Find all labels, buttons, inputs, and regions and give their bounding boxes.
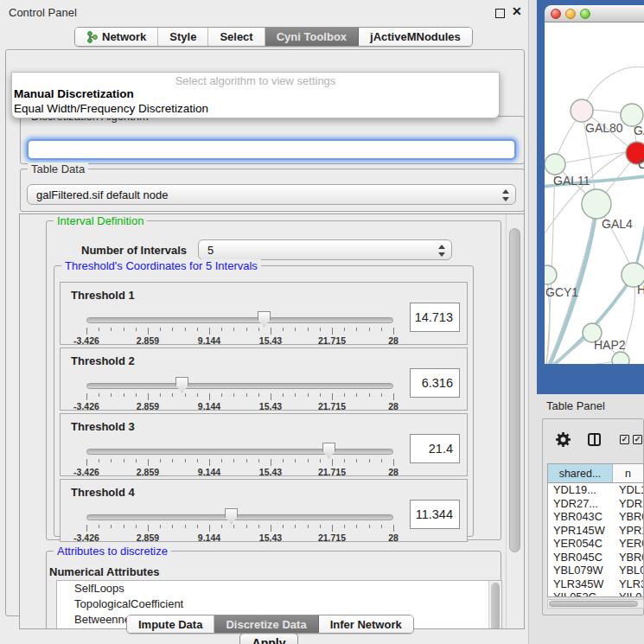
threshold-label: Threshold 3 — [71, 420, 135, 433]
table-data-combobox[interactable]: galFiltered.sif default node — [27, 184, 516, 205]
column-header[interactable]: n — [613, 464, 643, 482]
table-row[interactable]: YER054CYER0 — [548, 537, 643, 551]
minimize-traffic-light-icon[interactable] — [565, 9, 576, 19]
tab-cyni-toolbox[interactable]: Cyni Toolbox — [265, 28, 359, 46]
table-header: shared...n — [548, 464, 643, 483]
threshold-label: Threshold 2 — [71, 354, 135, 367]
attribute-item[interactable]: SelfLoops — [57, 581, 501, 596]
threshold-value-field[interactable]: 21.4 — [410, 434, 460, 463]
network-node[interactable] — [571, 99, 593, 122]
threshold-slider[interactable] — [86, 449, 393, 455]
tab-select[interactable]: Select — [208, 28, 265, 46]
threshold-slider[interactable] — [86, 317, 393, 323]
attribute-item[interactable]: TopologicalCoefficient — [57, 596, 501, 612]
number-of-intervals-combobox[interactable]: 5 — [198, 239, 452, 260]
cell-name: YER0 — [613, 537, 643, 551]
horizontal-scrollbar[interactable] — [547, 599, 644, 609]
cell-name: YDR2 — [613, 497, 643, 511]
close-icon[interactable]: ✕ — [512, 4, 522, 18]
network-canvas[interactable]: GAL80GACGAL11GAL4GCY1HHAP2 — [545, 22, 644, 364]
tab-discretize-data[interactable]: Discretize Data — [214, 615, 318, 633]
group-title: Attributes to discretize — [54, 545, 171, 558]
tab-label: Network — [102, 30, 146, 43]
tab-label: Select — [220, 30, 252, 43]
settings-scrollpane: Interval Definition Number of Intervals … — [19, 214, 525, 629]
cell-shared-name: YDR27... — [548, 497, 613, 511]
slider-ticks — [86, 328, 394, 335]
apply-button[interactable]: Apply — [239, 633, 298, 644]
popup-option[interactable]: Equal Width/Frequency Discretization — [12, 102, 499, 117]
tab-style[interactable]: Style — [158, 28, 208, 46]
list-scrollbar[interactable] — [488, 581, 501, 628]
table-row[interactable]: YLR345WYLR3 — [548, 577, 643, 591]
table-data-value: galFiltered.sif default node — [36, 188, 168, 201]
cell-shared-name: YBL079W — [548, 564, 613, 577]
slider-tick-labels: -3.4262.8599.14415.4321.71528 — [86, 401, 394, 411]
vertical-scrollbar[interactable] — [506, 214, 524, 628]
table-row[interactable]: YDR27...YDR2 — [548, 497, 643, 511]
threshold-value-field[interactable]: 6.316 — [410, 368, 460, 398]
table-row[interactable]: YBR043CYBR0 — [548, 510, 643, 524]
table-panel-title: Table Panel — [546, 399, 605, 412]
threshold-value-field[interactable]: 11.344 — [410, 500, 460, 529]
cell-shared-name: YER054C — [548, 537, 613, 551]
algorithm-combobox[interactable] — [27, 139, 516, 160]
network-view-window: GAL80GACGAL11GAL4GCY1HHAP2 — [537, 0, 644, 394]
bottom-tab-bar: Impute DataDiscretize DataInfer Network — [126, 615, 414, 634]
network-node[interactable] — [582, 189, 611, 219]
cell-name: YIL0 — [613, 590, 643, 597]
slider-ticks — [86, 459, 394, 467]
node-label: GCY1 — [545, 285, 578, 299]
network-node[interactable] — [612, 352, 629, 364]
slider-thumb[interactable] — [225, 508, 238, 524]
tab-network[interactable]: Network — [75, 28, 158, 46]
cell-shared-name: YIL052C — [548, 590, 613, 597]
close-traffic-light-icon[interactable] — [551, 9, 561, 19]
table-row[interactable]: YIL052CYIL0 — [548, 590, 643, 597]
slider-tick-labels: -3.4262.8599.14415.4321.71528 — [86, 532, 394, 542]
interval-definition-group: Interval Definition Number of Intervals … — [46, 220, 501, 540]
group-title: Interval Definition — [54, 214, 147, 227]
table-row[interactable]: YBR045CYBR0 — [548, 551, 643, 564]
threshold-value-field[interactable]: 14.713 — [410, 303, 460, 332]
network-node[interactable] — [545, 154, 565, 175]
columns-icon[interactable] — [588, 433, 601, 446]
gear-icon[interactable] — [556, 432, 571, 450]
table-toolbar: ✓ ✓ — [543, 430, 643, 454]
table-row[interactable]: YPR145WYPR1 — [548, 524, 643, 538]
cell-name: YLR3 — [613, 577, 643, 591]
slider-thumb[interactable] — [322, 443, 335, 458]
network-edge — [546, 164, 555, 364]
slider-thumb[interactable] — [258, 311, 271, 327]
checkbox-icon[interactable]: ✓ — [633, 435, 642, 444]
number-of-intervals-label: Number of Intervals — [81, 244, 187, 257]
float-window-icon[interactable] — [495, 9, 505, 18]
slider-tick-labels: -3.4262.8599.14415.4321.71528 — [86, 335, 394, 345]
slider-ticks — [86, 525, 394, 532]
threshold-label: Threshold 4 — [71, 486, 135, 499]
tab-impute-data[interactable]: Impute Data — [127, 615, 214, 633]
checkbox-icon[interactable]: ✓ — [620, 435, 629, 444]
network-node[interactable] — [545, 265, 557, 284]
slider-thumb[interactable] — [175, 377, 188, 392]
popup-option[interactable]: Manual Discretization — [12, 87, 499, 102]
cell-shared-name: YBR043C — [548, 510, 613, 524]
zoom-traffic-light-icon[interactable] — [580, 9, 590, 19]
threshold-slider[interactable] — [86, 383, 393, 389]
tab-jactivemnodules[interactable]: jActiveMNodules — [359, 28, 472, 46]
slider-tick-labels: -3.4262.8599.14415.4321.71528 — [86, 467, 394, 476]
stepper-arrows-icon — [501, 188, 509, 202]
settings-viewport: Interval Definition Number of Intervals … — [20, 214, 506, 628]
network-window-titlebar[interactable] — [545, 5, 644, 22]
threshold-slider[interactable] — [86, 514, 393, 520]
cell-name: YBR0 — [613, 510, 643, 524]
table-row[interactable]: YDL19...YDL1 — [548, 483, 643, 497]
tab-infer-network[interactable]: Infer Network — [319, 615, 413, 633]
tab-label: Infer Network — [330, 618, 402, 631]
cell-shared-name: YDL19... — [548, 483, 613, 497]
node-label: GAL80 — [585, 121, 623, 135]
thresholds-group: Threshold's Coordinates for 5 Intervals … — [54, 265, 474, 537]
column-header[interactable]: shared... — [548, 464, 613, 482]
table-row[interactable]: YBL079WYBL0 — [548, 564, 643, 577]
node-table[interactable]: shared...n YDL19...YDL1YDR27...YDR2YBR04… — [547, 463, 644, 597]
